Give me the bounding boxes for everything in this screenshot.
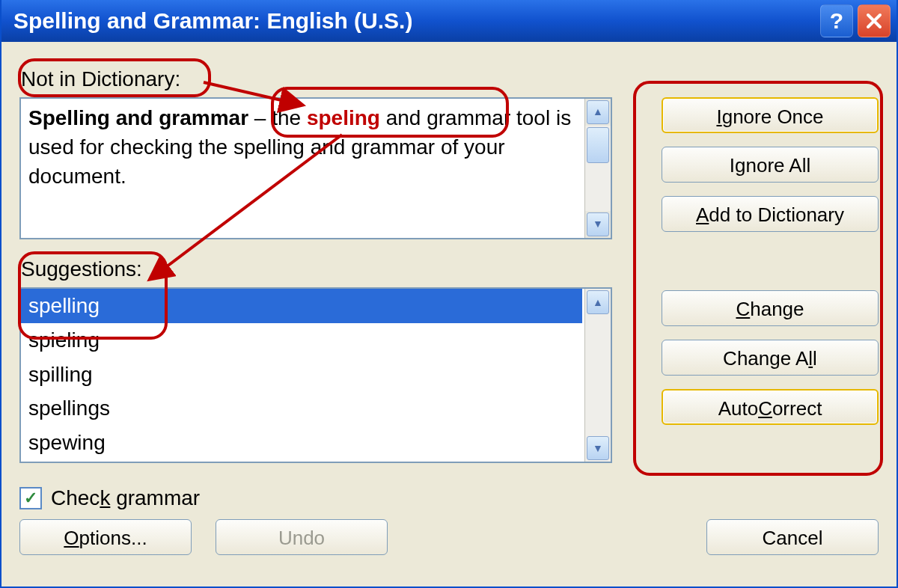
- suggestions-scrollbar[interactable]: ▲ ▼: [584, 289, 611, 462]
- ignore-once-button[interactable]: Ignore Once: [662, 97, 879, 133]
- suggestion-item[interactable]: spellings: [21, 391, 582, 426]
- misspelled-word: speling: [307, 106, 380, 129]
- help-button[interactable]: ?: [820, 4, 853, 37]
- suggestion-item[interactable]: spilling: [21, 358, 582, 392]
- dialog-content: Not in Dictionary: Spelling and grammar …: [19, 57, 879, 569]
- suggestions-listbox[interactable]: spellingspielingspillingspellingsspewing…: [19, 287, 612, 463]
- scroll-up-icon[interactable]: ▲: [587, 100, 609, 124]
- suggestion-item[interactable]: spewing: [21, 426, 582, 460]
- not-in-dictionary-label: Not in Dictionary:: [21, 67, 180, 91]
- add-to-dictionary-button[interactable]: Add to Dictionary: [662, 196, 879, 232]
- suggestion-item[interactable]: spieling: [21, 323, 582, 358]
- not-in-dictionary-textbox[interactable]: Spelling and grammar – the speling and g…: [19, 97, 612, 239]
- change-button[interactable]: Change: [662, 290, 879, 326]
- action-buttons-column: Ignore Once Ignore All Add to Dictionary…: [662, 97, 879, 438]
- scroll-down-icon[interactable]: ▼: [587, 212, 609, 236]
- scroll-thumb[interactable]: [587, 127, 609, 163]
- scroll-down-icon[interactable]: ▼: [587, 436, 609, 460]
- close-icon: [865, 12, 883, 30]
- cancel-button[interactable]: Cancel: [706, 519, 879, 555]
- undo-button[interactable]: Undo: [216, 519, 388, 555]
- autocorrect-button[interactable]: AutoCorrect: [662, 389, 879, 425]
- close-button[interactable]: [858, 4, 891, 37]
- titlebar: Spelling and Grammar: English (U.S.) ?: [1, 0, 897, 42]
- scroll-up-icon[interactable]: ▲: [587, 290, 609, 314]
- suggestions-label: Suggestions:: [21, 257, 142, 281]
- error-context-text: Spelling and grammar – the speling and g…: [21, 99, 597, 196]
- scroll-track[interactable]: [585, 126, 611, 211]
- options-button[interactable]: Options...: [19, 519, 192, 555]
- window-title: Spelling and Grammar: English (U.S.): [13, 8, 816, 34]
- check-grammar-checkbox[interactable]: ✓ Check grammar: [19, 486, 200, 510]
- ignore-all-button[interactable]: Ignore All: [662, 147, 879, 183]
- suggestion-item[interactable]: spelling: [21, 289, 582, 323]
- change-all-button[interactable]: Change All: [662, 340, 879, 376]
- checkbox-icon: ✓: [19, 487, 42, 509]
- textbox-scrollbar[interactable]: ▲ ▼: [584, 99, 611, 238]
- dialog-bottom-row: ✓ Check grammar Options... Undo Cancel: [19, 471, 879, 569]
